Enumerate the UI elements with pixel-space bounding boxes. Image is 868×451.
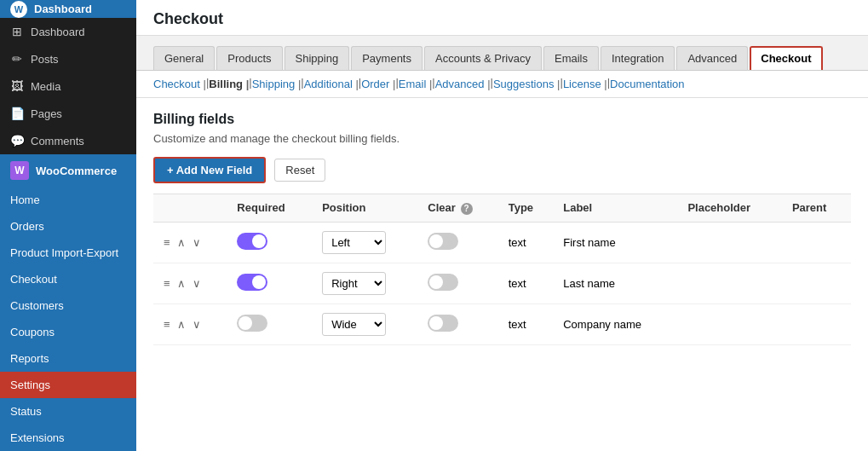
sidebar-item-woo-status[interactable]: Status: [0, 398, 136, 425]
sidebar-item-woo-coupons[interactable]: Coupons: [0, 319, 136, 345]
sub-tab-license[interactable]: License: [563, 76, 607, 92]
sidebar-item-posts[interactable]: ✏ Posts: [0, 45, 136, 72]
sub-tab-documentation[interactable]: Documentation: [610, 76, 684, 92]
content-area: Billing fields Customize and manage the …: [136, 98, 868, 451]
tab-general[interactable]: General: [153, 46, 215, 70]
posts-icon: ✏: [10, 52, 24, 66]
tab-checkout[interactable]: Checkout: [750, 46, 822, 70]
sub-tab-shipping[interactable]: Shipping: [252, 76, 302, 92]
drag-handle-icon[interactable]: ≡: [162, 275, 172, 292]
sidebar: W Dashboard ⊞ Dashboard ✏ Posts 🖼 Media …: [0, 0, 136, 451]
sub-tab-checkout[interactable]: Checkout: [153, 76, 206, 92]
col-label: Label: [555, 194, 679, 223]
row-controls: ≡ ∧ ∨: [162, 275, 220, 292]
move-down-icon[interactable]: ∨: [191, 234, 203, 251]
sidebar-item-comments[interactable]: 💬 Comments: [0, 127, 136, 154]
clear-toggle[interactable]: [428, 274, 458, 291]
woo-extensions-label: Extensions: [10, 431, 65, 444]
position-select[interactable]: Left Right Wide: [322, 272, 386, 295]
sidebar-item-woo-extensions[interactable]: Extensions: [0, 425, 136, 451]
woocommerce-header[interactable]: W WooCommerce: [0, 154, 136, 187]
required-toggle[interactable]: [237, 274, 267, 291]
placeholder-cell: [679, 263, 784, 304]
table-row: ≡ ∧ ∨ Left Right Wide textFirst name: [153, 222, 851, 263]
required-toggle[interactable]: [237, 233, 267, 250]
add-new-field-button[interactable]: + Add New Field: [153, 157, 266, 183]
move-up-icon[interactable]: ∧: [175, 275, 187, 292]
sub-tab-advanced[interactable]: Advanced: [435, 76, 491, 92]
media-icon: 🖼: [10, 79, 24, 93]
sidebar-item-woo-customers[interactable]: Customers: [0, 292, 136, 319]
sidebar-item-woo-reports[interactable]: Reports: [0, 345, 136, 372]
sidebar-item-woo-import-export[interactable]: Product Import-Export: [0, 240, 136, 266]
tab-advanced[interactable]: Advanced: [676, 46, 748, 70]
col-placeholder: Placeholder: [679, 194, 784, 223]
move-up-icon[interactable]: ∧: [175, 234, 187, 251]
parent-cell: [784, 263, 851, 304]
clear-help-icon[interactable]: ?: [461, 203, 473, 215]
required-cell: [228, 304, 313, 344]
main-content: Checkout General Products Shipping Payme…: [136, 0, 868, 451]
sidebar-label: Pages: [31, 107, 62, 120]
position-cell: Left Right Wide: [313, 222, 419, 263]
tab-accounts-privacy[interactable]: Accounts & Privacy: [424, 46, 542, 70]
sub-tab-billing[interactable]: Billing: [209, 76, 249, 92]
table-header-row: Required Position Clear ? Type Label Pla…: [153, 194, 851, 223]
wp-logo-icon: W: [10, 1, 27, 18]
clear-toggle[interactable]: [428, 315, 458, 332]
table-row: ≡ ∧ ∨ Left Right Wide textLast name: [153, 263, 851, 304]
tab-integration[interactable]: Integration: [601, 46, 675, 70]
move-down-icon[interactable]: ∨: [191, 316, 203, 332]
woo-checkout-label: Checkout: [10, 273, 57, 286]
sub-tab-additional[interactable]: Additional: [304, 76, 359, 92]
woo-coupons-label: Coupons: [10, 326, 55, 338]
clear-cell: [419, 304, 499, 344]
row-controls-cell: ≡ ∧ ∨: [153, 263, 228, 304]
tab-shipping[interactable]: Shipping: [285, 46, 350, 70]
site-header[interactable]: W Dashboard: [0, 0, 136, 18]
position-cell: Left Right Wide: [313, 263, 419, 304]
sidebar-item-dashboard[interactable]: ⊞ Dashboard: [0, 18, 136, 45]
tab-emails[interactable]: Emails: [543, 46, 599, 70]
clear-toggle[interactable]: [428, 233, 458, 250]
drag-handle-icon[interactable]: ≡: [162, 234, 172, 251]
row-controls-cell: ≡ ∧ ∨: [153, 304, 228, 344]
position-select[interactable]: Left Right Wide: [322, 231, 386, 254]
move-down-icon[interactable]: ∨: [191, 275, 203, 292]
sidebar-label: Posts: [31, 53, 59, 66]
move-up-icon[interactable]: ∧: [175, 316, 187, 332]
position-cell: Left Right Wide: [313, 304, 419, 344]
sidebar-item-pages[interactable]: 📄 Pages: [0, 100, 136, 127]
placeholder-cell: [679, 304, 784, 344]
tab-payments[interactable]: Payments: [351, 46, 423, 70]
placeholder-cell: [679, 222, 784, 263]
section-title: Billing fields: [153, 112, 851, 127]
main-tabs: General Products Shipping Payments Accou…: [136, 36, 868, 71]
tab-products[interactable]: Products: [216, 46, 282, 70]
sub-tab-order[interactable]: Order: [361, 76, 395, 92]
required-toggle[interactable]: [237, 315, 267, 332]
type-cell: text: [500, 304, 555, 344]
sub-tab-suggestions[interactable]: Suggestions: [493, 76, 560, 92]
comments-icon: 💬: [10, 134, 24, 147]
sidebar-item-woo-settings[interactable]: Settings: [0, 372, 136, 398]
sub-tab-email[interactable]: Email: [399, 76, 433, 92]
woo-reports-label: Reports: [10, 352, 49, 365]
col-type: Type: [500, 194, 555, 223]
sidebar-item-woo-home[interactable]: Home: [0, 187, 136, 213]
position-select[interactable]: Left Right Wide: [322, 313, 386, 336]
reset-button[interactable]: Reset: [274, 159, 325, 182]
col-controls: [153, 194, 228, 223]
type-cell: text: [500, 222, 555, 263]
woo-logo-icon: W: [10, 161, 29, 180]
row-controls: ≡ ∧ ∨: [162, 234, 220, 251]
label-cell: First name: [555, 222, 679, 263]
woo-customers-label: Customers: [10, 299, 64, 312]
section-description: Customize and manage the checkout billin…: [153, 132, 851, 145]
sidebar-item-woo-checkout[interactable]: Checkout: [0, 266, 136, 292]
sidebar-item-woo-orders[interactable]: Orders: [0, 213, 136, 240]
drag-handle-icon[interactable]: ≡: [162, 316, 172, 332]
type-cell: text: [500, 263, 555, 304]
clear-cell: [419, 263, 499, 304]
sidebar-item-media[interactable]: 🖼 Media: [0, 72, 136, 100]
